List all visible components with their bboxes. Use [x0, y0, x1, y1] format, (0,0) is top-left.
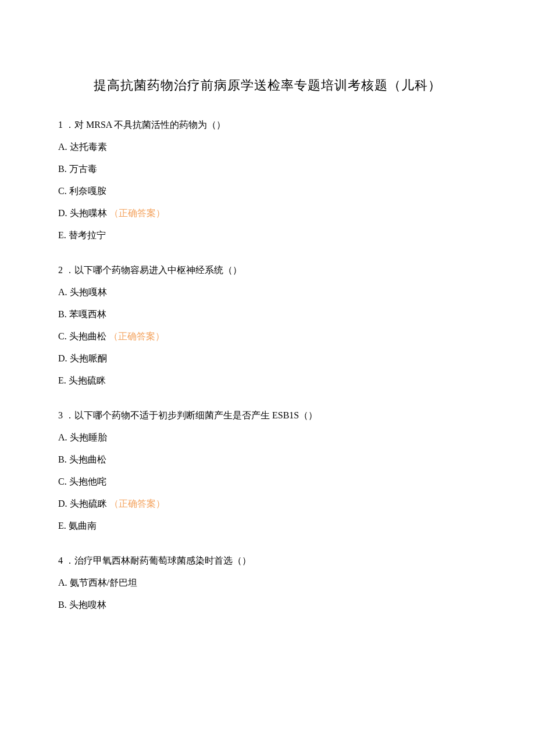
- option-label: B.: [58, 309, 67, 319]
- option: C. 头抱曲松 （正确答案）: [58, 329, 477, 343]
- page-title: 提高抗菌药物治疗前病原学送检率专题培训考核题（儿科）: [58, 76, 477, 95]
- option-text: 头抱他咤: [69, 476, 106, 486]
- option-label: A.: [58, 142, 67, 152]
- option: B. 万古毒: [58, 162, 477, 176]
- question-text: 4 ．治疗甲氧西林耐药葡萄球菌感染时首选（）: [58, 554, 477, 568]
- option: B. 头抱嗖林: [58, 598, 477, 612]
- option-label: B.: [58, 600, 67, 610]
- question-number: 2: [58, 265, 63, 275]
- option-label: E.: [58, 521, 66, 531]
- option-text: 头抱硫眯: [70, 499, 107, 508]
- question-block: 2 ．以下哪个药物容易进入中枢神经系统（） A. 头抱嘎林 B. 苯嘎西林 C.…: [58, 263, 477, 388]
- option-label: B.: [58, 454, 67, 464]
- option-label: C.: [58, 476, 67, 486]
- option-text: 头抱硫眯: [69, 375, 106, 385]
- question-block: 4 ．治疗甲氧西林耐药葡萄球菌感染时首选（） A. 氨节西林/舒巴坦 B. 头抱…: [58, 554, 477, 612]
- question-number: 1: [58, 120, 63, 130]
- option-label: B.: [58, 164, 67, 174]
- option-label: E.: [58, 230, 66, 240]
- questions-container: 1 ．对 MRSA 不具抗菌活性的药物为（） A. 达托毒素 B. 万古毒 C.…: [58, 118, 477, 612]
- option-text: 头抱曲松: [69, 454, 106, 464]
- question-number: 3: [58, 410, 63, 420]
- question-block: 1 ．对 MRSA 不具抗菌活性的药物为（） A. 达托毒素 B. 万古毒 C.…: [58, 118, 477, 242]
- option-text: 头抱嗖林: [69, 600, 106, 610]
- option: C. 利奈嘎胺: [58, 184, 477, 198]
- option-text: 头抱哌酮: [70, 353, 107, 363]
- option-label: D.: [58, 499, 67, 508]
- question-stem: ．对 MRSA 不具抗菌活性的药物为（）: [65, 120, 226, 130]
- option-text: 头抱曲松: [69, 331, 106, 341]
- option-text: 利奈嘎胺: [69, 186, 106, 196]
- question-stem: ．以下哪个药物不适于初步判断细菌产生是否产生 ESB1S（）: [65, 410, 318, 420]
- option-text: 氨曲南: [69, 521, 97, 531]
- option: A. 头抱睡胎: [58, 431, 477, 445]
- option: B. 头抱曲松: [58, 453, 477, 467]
- option: B. 苯嘎西林: [58, 307, 477, 321]
- correct-answer-mark: （正确答案）: [109, 499, 165, 508]
- option: E. 头抱硫眯: [58, 374, 477, 388]
- option-label: E.: [58, 375, 66, 385]
- option-label: D.: [58, 353, 67, 363]
- option: E. 氨曲南: [58, 519, 477, 533]
- option-label: D.: [58, 208, 67, 218]
- question-text: 3 ．以下哪个药物不适于初步判断细菌产生是否产生 ESB1S（）: [58, 409, 477, 422]
- question-text: 2 ．以下哪个药物容易进入中枢神经系统（）: [58, 263, 477, 277]
- question-stem: ．治疗甲氧西林耐药葡萄球菌感染时首选（）: [65, 556, 251, 565]
- option: D. 头抱硫眯 （正确答案）: [58, 497, 477, 511]
- option-label: A.: [58, 578, 67, 587]
- correct-answer-mark: （正确答案）: [109, 331, 165, 341]
- option-text: 氨节西林/舒巴坦: [70, 578, 137, 587]
- option-label: A.: [58, 287, 67, 297]
- option-text: 苯嘎西林: [69, 309, 106, 319]
- option-label: A.: [58, 432, 67, 442]
- option: C. 头抱他咤: [58, 475, 477, 489]
- question-number: 4: [58, 556, 63, 565]
- option-text: 万古毒: [69, 164, 97, 174]
- option-text: 达托毒素: [70, 142, 107, 152]
- option-label: C.: [58, 331, 67, 341]
- question-text: 1 ．对 MRSA 不具抗菌活性的药物为（）: [58, 118, 477, 132]
- option: A. 头抱嘎林: [58, 285, 477, 299]
- option-text: 头抱嘎林: [70, 287, 107, 297]
- question-stem: ．以下哪个药物容易进入中枢神经系统（）: [65, 265, 242, 275]
- option-text: 头抱喋林: [70, 208, 107, 218]
- option: A. 达托毒素: [58, 140, 477, 154]
- correct-answer-mark: （正确答案）: [109, 208, 165, 218]
- option: D. 头抱喋林 （正确答案）: [58, 206, 477, 220]
- option-label: C.: [58, 186, 67, 196]
- option: D. 头抱哌酮: [58, 352, 477, 366]
- option-text: 替考拉宁: [69, 230, 106, 240]
- option-text: 头抱睡胎: [70, 432, 107, 442]
- option: E. 替考拉宁: [58, 228, 477, 242]
- option: A. 氨节西林/舒巴坦: [58, 576, 477, 590]
- question-block: 3 ．以下哪个药物不适于初步判断细菌产生是否产生 ESB1S（） A. 头抱睡胎…: [58, 409, 477, 533]
